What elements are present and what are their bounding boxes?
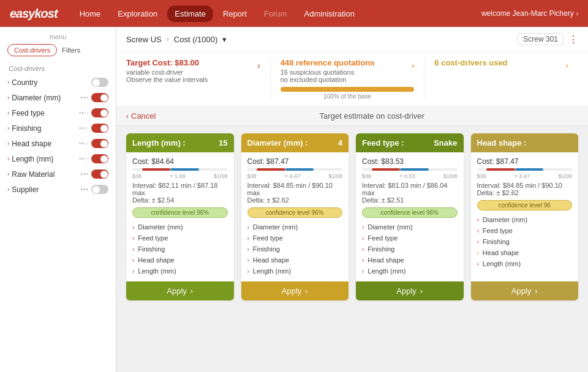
- sidebar-item-chevron-icon: ›: [7, 186, 9, 193]
- nav-link-administration[interactable]: Administration: [297, 6, 362, 22]
- card-sub-chevron-icon-2-0: ›: [362, 224, 364, 231]
- sidebar-item-chevron-icon: ›: [7, 79, 9, 86]
- sidebar-item-feed-type[interactable]: › Feed type ••○: [0, 105, 116, 121]
- stat-card-chevron-icon-0[interactable]: ›: [257, 61, 260, 70]
- nav-user-label: welcome Jean-Marc Pichery: [481, 9, 574, 18]
- card-sub-label-1-2: Finishing: [253, 245, 280, 253]
- breadcrumb-more-icon[interactable]: ⋮: [568, 34, 578, 45]
- sidebar-item-finishing[interactable]: › Finishing ••○: [0, 121, 116, 136]
- card-range-fill-red-2: [372, 168, 401, 171]
- cancel-button[interactable]: ‹ Cancel: [126, 111, 156, 121]
- card-range-max-0: $1/08: [214, 173, 228, 179]
- card-range-labels-1: $38 + 4.47 $1/08: [247, 173, 343, 179]
- card-range-min-2: $38: [362, 173, 371, 179]
- card-sub-item-3-1[interactable]: › Feed type: [477, 225, 573, 236]
- sidebar-item-length-mm-[interactable]: › Length (mm) ••○: [0, 151, 116, 166]
- sidebar-item-toggle[interactable]: [91, 169, 108, 179]
- card-apply-button-0[interactable]: Apply ›: [126, 281, 234, 300]
- card-sub-item-1-2[interactable]: › Finishing: [247, 244, 343, 255]
- breadcrumb-part2: Cost (/1000) ▾: [174, 35, 227, 44]
- card-apply-button-3[interactable]: Apply ›: [471, 281, 579, 300]
- card-body-0: Cost: $84.64 $38 + 1.68 $1/08 Interval: …: [126, 152, 234, 281]
- cards-row: Length (mm) : 15 Cost: $84.64 $38 + 1.68…: [126, 133, 578, 300]
- card-apply-button-2[interactable]: Apply ›: [356, 281, 464, 300]
- stat-card-chevron-icon-1[interactable]: ›: [412, 61, 415, 70]
- sidebar-item-supplier[interactable]: › Supplier •••: [0, 182, 116, 197]
- card-sub-item-0-2[interactable]: › Finishing: [132, 244, 228, 255]
- card-sub-items-3: › Diameter (mm) › Feed type › Finishing …: [477, 214, 573, 269]
- card-range-fill-blue-3: [515, 168, 544, 171]
- card-sub-chevron-icon-2-2: ›: [362, 246, 364, 253]
- card-range-labels-3: $38 + 4.47 $1/08: [477, 173, 573, 179]
- card-sub-chevron-icon-3-1: ›: [477, 228, 479, 234]
- card-sub-item-3-4[interactable]: › Length (mm): [477, 258, 573, 269]
- sidebar-items-list: › Country › Diameter (mm) ••• › Feed typ…: [0, 75, 116, 197]
- card-sub-item-2-4[interactable]: › Length (mm): [362, 266, 458, 277]
- nav-link-forum[interactable]: Forum: [257, 6, 295, 22]
- sidebar-item-dots-icon: •••: [80, 94, 89, 101]
- main-layout: menu Cost-drivers Filters Cost-drivers ›…: [0, 27, 588, 372]
- sidebar-item-head-shape[interactable]: › Head shape ••○: [0, 136, 116, 151]
- breadcrumb-dropdown-icon[interactable]: ▾: [222, 35, 227, 44]
- card-sub-item-1-0[interactable]: › Diameter (mm): [247, 221, 343, 232]
- card-apply-label-0: Apply: [167, 286, 187, 296]
- card-apply-label-1: Apply: [282, 286, 302, 296]
- card-interval-3: Interval: $84.85 min / $90.10: [477, 182, 573, 189]
- cost-drivers-button[interactable]: Cost-drivers: [7, 44, 57, 56]
- sidebar-item-raw-material[interactable]: › Raw Material •••: [0, 166, 116, 182]
- card-sub-item-3-2[interactable]: › Finishing: [477, 236, 573, 247]
- card-cost-2: Cost: $83.53: [362, 157, 458, 166]
- sidebar-item-toggle[interactable]: [91, 78, 108, 87]
- card-sub-item-2-0[interactable]: › Diameter (mm): [362, 221, 458, 232]
- stat-card-chevron-icon-2[interactable]: ›: [565, 61, 568, 70]
- card-sub-item-3-0[interactable]: › Diameter (mm): [477, 214, 573, 225]
- nav-link-estimate[interactable]: Estimate: [167, 6, 213, 22]
- sidebar-item-toggle[interactable]: [91, 108, 108, 117]
- sidebar-item-toggle[interactable]: [91, 139, 108, 148]
- card-range-fill-blue-1: [285, 168, 314, 171]
- card-sub-item-0-4[interactable]: › Length (mm): [132, 266, 228, 277]
- sidebar-item-toggle[interactable]: [91, 93, 108, 102]
- card-range-fill-blue-0: [170, 168, 199, 171]
- card-header-value-1: 4: [338, 138, 342, 147]
- card-sub-label-2-1: Feed type: [368, 234, 398, 242]
- card-sub-item-2-1[interactable]: › Feed type: [362, 232, 458, 244]
- card-delta-0: Delta: ± $2.54: [132, 196, 228, 204]
- card-sub-item-1-1[interactable]: › Feed type: [247, 232, 343, 244]
- nav-link-exploration[interactable]: Exploration: [110, 6, 165, 22]
- sidebar-item-country[interactable]: › Country: [0, 75, 116, 90]
- card-sub-label-3-2: Finishing: [483, 238, 510, 245]
- nav-link-report[interactable]: Report: [216, 6, 254, 22]
- card-sub-items-1: › Diameter (mm) › Feed type › Finishing …: [247, 221, 343, 277]
- card-range-min-1: $38: [247, 173, 257, 179]
- card-sub-item-3-3[interactable]: › Head shape: [477, 247, 573, 258]
- card-sub-item-1-3[interactable]: › Head shape: [247, 255, 343, 266]
- sidebar-item-dots-icon: ••○: [79, 125, 89, 132]
- card-sub-item-2-3[interactable]: › Head shape: [362, 255, 458, 266]
- cost-driver-card-2: Feed type : Snake Cost: $83.53 $38 + 0.5…: [356, 133, 464, 300]
- card-sub-chevron-icon-2-1: ›: [362, 235, 364, 242]
- brand-logo: easykost: [10, 7, 58, 21]
- card-sub-chevron-icon-1-2: ›: [247, 246, 249, 253]
- card-sub-label-1-0: Diameter (mm): [253, 223, 298, 231]
- card-sub-items-2: › Diameter (mm) › Feed type › Finishing …: [362, 221, 458, 277]
- sidebar-item-dots-icon: ••○: [79, 155, 89, 162]
- cost-driver-card-1: Diameter (mm) : 4 Cost: $87.47 $38 + 4.4…: [241, 133, 349, 300]
- card-sub-chevron-icon-0-2: ›: [132, 246, 134, 253]
- stat-card-title-0: Target Cost: $83.00: [126, 58, 260, 67]
- sidebar-item-diameter-mm-[interactable]: › Diameter (mm) •••: [0, 90, 116, 105]
- nav-link-home[interactable]: Home: [72, 6, 108, 22]
- card-sub-item-0-0[interactable]: › Diameter (mm): [132, 221, 228, 232]
- card-sub-item-2-2[interactable]: › Finishing: [362, 244, 458, 255]
- sidebar-item-label: Length (mm): [12, 155, 77, 163]
- card-sub-item-0-1[interactable]: › Feed type: [132, 232, 228, 244]
- card-sub-item-0-3[interactable]: › Head shape: [132, 255, 228, 266]
- filters-button[interactable]: Filters: [62, 46, 80, 54]
- card-apply-button-1[interactable]: Apply ›: [241, 281, 349, 300]
- card-sub-item-1-4[interactable]: › Length (mm): [247, 266, 343, 277]
- cards-scroll: Length (mm) : 15 Cost: $84.64 $38 + 1.68…: [116, 126, 588, 372]
- card-range-bar-1: [247, 168, 343, 171]
- sidebar-item-toggle[interactable]: [91, 185, 108, 194]
- sidebar-item-toggle[interactable]: [91, 154, 108, 163]
- sidebar-item-toggle[interactable]: [91, 124, 108, 133]
